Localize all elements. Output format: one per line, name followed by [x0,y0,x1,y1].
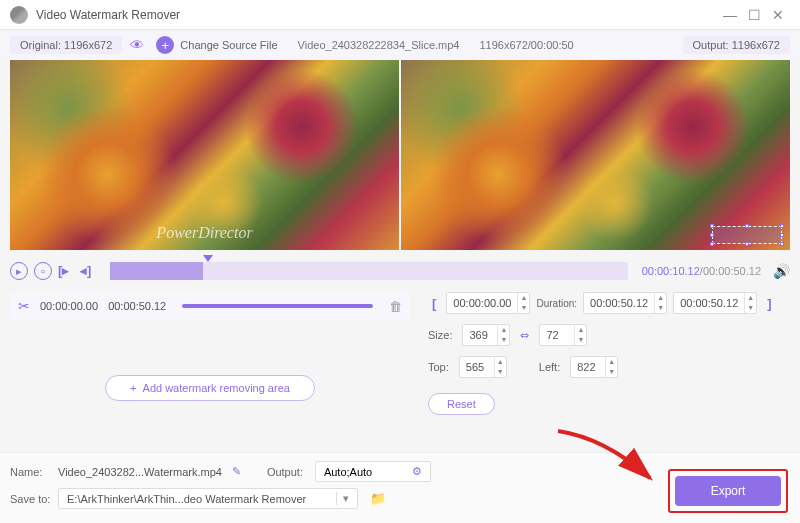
close-button[interactable]: ✕ [766,3,790,27]
play-button[interactable]: ▸ [10,262,28,280]
watermark-text: PowerDirector [156,224,252,242]
change-source-link[interactable]: Change Source File [180,39,277,51]
preview-eye-icon[interactable]: 👁 [130,37,144,53]
top-input[interactable]: 565▲▼ [459,356,507,378]
delete-segment-icon[interactable]: 🗑 [389,299,402,314]
edit-name-icon[interactable]: ✎ [232,465,241,478]
duration-label: Duration: [536,298,577,309]
range-start-bracket[interactable]: [ [428,296,440,311]
segment-start: 00:00:00.00 [40,300,98,312]
segments-panel: ✂ 00:00:00.00 00:00:50.12 🗑 + Add waterm… [10,292,410,415]
output-format-value: Auto;Auto [324,466,372,478]
selection-box[interactable] [712,226,782,244]
name-label: Name: [10,466,52,478]
add-watermark-label: Add watermark removing area [143,382,290,394]
save-to-label: Save to: [10,493,52,505]
cut-icon: ✂ [18,298,30,314]
height-input[interactable]: 72▲▼ [539,324,587,346]
preview-original[interactable]: PowerDirector [10,60,399,250]
segment-item[interactable]: ✂ 00:00:00.00 00:00:50.12 🗑 [10,292,410,320]
open-folder-icon[interactable]: 📁 [370,491,386,506]
add-source-button[interactable]: + [156,36,174,54]
stop-button[interactable]: ▫ [34,262,52,280]
playhead-icon[interactable] [203,255,213,262]
output-format-select[interactable]: Auto;Auto ⚙ [315,461,431,482]
filename-value: Video_2403282...Watermark.mp4 [58,466,222,478]
timeline-scrubber[interactable] [110,262,628,280]
output-label: Output: [267,466,309,478]
output-size-chip: Output: 1196x672 [683,36,790,54]
path-dropdown-icon[interactable]: ▾ [336,492,349,505]
save-path-select[interactable]: E:\ArkThinker\ArkThin...deo Watermark Re… [58,488,358,509]
mark-out-button[interactable]: ◂] [80,263,96,279]
duration-input[interactable]: 00:00:50.12▲▼ [583,292,667,314]
mark-in-button[interactable]: [▸ [58,263,74,279]
maximize-button[interactable]: ☐ [742,3,766,27]
plus-icon: + [130,382,136,394]
segment-bar [182,304,373,308]
app-logo-icon [10,6,28,24]
top-toolbar: Original: 1196x672 👁 + Change Source Fil… [0,30,800,60]
preview-row: PowerDirector [0,60,800,250]
range-end-bracket[interactable]: ] [763,296,775,311]
settings-gear-icon[interactable]: ⚙ [412,465,422,478]
total-time: /00:00:50.12 [700,265,761,277]
volume-icon[interactable]: 🔊 [773,263,790,279]
file-dims-label: 1196x672/00:00:50 [479,39,573,51]
current-time: 00:00:10.12 [642,265,700,277]
export-button[interactable]: Export [675,476,781,506]
original-size-chip: Original: 1196x672 [10,36,122,54]
preview-result[interactable] [401,60,790,250]
reset-button[interactable]: Reset [428,393,495,415]
link-aspect-icon[interactable]: ⇔ [520,329,529,342]
properties-panel: [ 00:00:00.00▲▼ Duration: 00:00:50.12▲▼ … [420,292,790,415]
left-label: Left: [539,361,560,373]
time-display: 00:00:10.12/00:00:50.12 [642,265,761,277]
file-name-label: Video_240328222834_Slice.mp4 [298,39,460,51]
range-start-input[interactable]: 00:00:00.00▲▼ [446,292,530,314]
left-input[interactable]: 822▲▼ [570,356,618,378]
titlebar: Video Watermark Remover — ☐ ✕ [0,0,800,30]
size-label: Size: [428,329,452,341]
top-label: Top: [428,361,449,373]
export-highlight-box: Export [668,469,788,513]
app-title: Video Watermark Remover [36,8,718,22]
width-input[interactable]: 369▲▼ [462,324,510,346]
minimize-button[interactable]: — [718,3,742,27]
add-watermark-area-button[interactable]: + Add watermark removing area [105,375,315,401]
save-path-value: E:\ArkThinker\ArkThin...deo Watermark Re… [67,493,336,505]
segment-end: 00:00:50.12 [108,300,166,312]
range-end-input[interactable]: 00:00:50.12▲▼ [673,292,757,314]
playback-controls: ▸ ▫ [▸ ◂] 00:00:10.12/00:00:50.12 🔊 [0,255,800,287]
